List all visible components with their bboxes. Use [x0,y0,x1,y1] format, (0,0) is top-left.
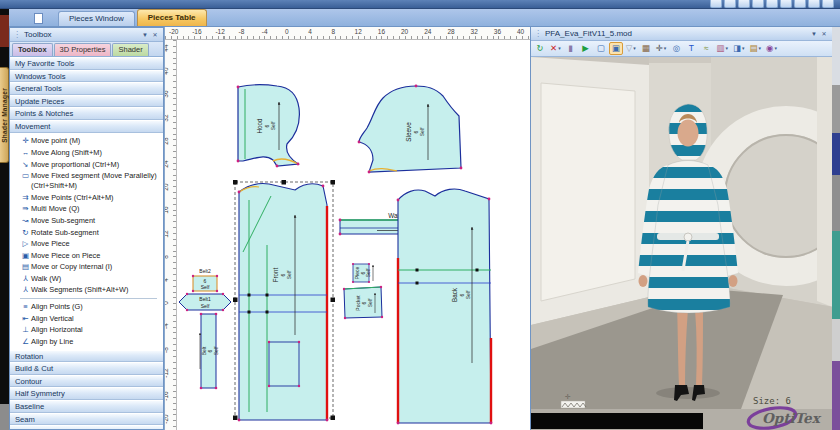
toolbox-category[interactable]: Rotation [10,350,163,363]
piece-pocket[interactable]: Pocket 6 Self [343,286,383,319]
toolbox-category[interactable]: Seam [10,413,163,426]
toolbox-category[interactable]: General Tools [10,82,163,95]
piece-label: Sleeve [405,122,412,142]
window-3d-icon[interactable]: ▣ [609,42,623,55]
window-2d-icon[interactable]: ▢ [594,42,608,55]
sync-icon[interactable]: ▽▾ [624,42,638,55]
tool-label: Move point (M) [31,136,80,146]
tool-label: Move Along (Shift+M) [31,148,102,158]
toolbox-category[interactable]: Windows Tools [10,70,163,83]
model-icon[interactable]: ▮ [564,42,578,55]
viewer-3d-viewport[interactable]: ✛ Size: 6 [531,57,832,409]
close-icon[interactable]: ✕ [150,31,160,38]
pattern-canvas[interactable]: -20-16-12-8-4048121620242832364044 44403… [164,27,530,430]
toolbar-button-partial[interactable] [808,0,820,8]
ruler-number: -20 [169,28,178,35]
tool-item[interactable]: ∠Align by Line [10,336,163,348]
refresh-simulation-icon[interactable]: ↻ [533,42,547,55]
piece-small[interactable]: Piece 6 Self [352,263,373,283]
tool-item[interactable]: ↝Move Sub-segment [10,215,163,227]
toolbar-button-partial[interactable] [752,0,764,8]
panel-edge-segment [832,175,840,231]
zoom-model-icon[interactable]: ◎ [669,42,683,55]
toolbox-tool-list: ✛Move point (M)↔Move Along (Shift+M)↘Mov… [10,133,163,350]
toolbar-button-partial[interactable] [822,0,834,8]
toolbox-category[interactable]: Movement [10,120,163,133]
piece-label: Back [451,287,458,302]
tool-item[interactable]: ▷Move Piece [10,238,163,250]
models-icon[interactable]: ▥▾ [714,42,730,55]
tool-item[interactable]: ▭Move Fixed segment (Move Parallelly) (C… [10,170,163,192]
simulate-icon[interactable]: ▶ [579,42,593,55]
tool-item[interactable]: ▤Move or Copy internal (I) [10,262,163,274]
avatar-icon[interactable]: ◉▾ [764,42,779,55]
tab-shader-manager[interactable]: Shader Manager [0,67,9,163]
snapshot-icon[interactable]: ▤▾ [747,42,763,55]
toolbox-category[interactable]: Contour [10,375,163,388]
piece-sleeve[interactable]: Sleeve 6 Self [358,85,463,174]
piece-back[interactable]: Back 6 Self [397,189,493,424]
tool-item[interactable]: ⊥Align Horizontal [10,324,163,336]
toolbox-category[interactable]: My Favorite Tools [10,57,163,70]
toolbox-category[interactable]: Half Symmetry [10,387,163,400]
piece-belt[interactable]: Belt 6 Self [200,313,219,390]
panel-edge-segment [832,133,840,175]
tool-label: Move Piece on Piece [31,251,100,261]
tool-label: Align by Line [31,337,73,347]
tab-3d-properties[interactable]: 3D Properties [54,43,112,56]
toolbox-category[interactable]: Build & Cut [10,362,163,375]
ruler-number: 36 [165,87,169,101]
tool-item[interactable]: ↻Rotate Sub-segment [10,227,163,239]
display-icon[interactable]: ◨▾ [731,42,747,55]
fabric-icon[interactable]: ▦ [639,42,653,55]
toolbar-button-partial[interactable] [780,0,792,8]
tool-item[interactable]: ⇤Align Vertical [10,313,163,325]
ruler-number: 32 [165,111,169,125]
toolbox-category[interactable]: Darts & Pleats [10,425,163,430]
tool-item[interactable]: ↘Move proportional (Ctrl+M) [10,159,163,171]
toolbar-button-partial[interactable] [738,0,750,8]
grip-icon: ⋮ [534,29,542,38]
ruler-number: 8 [165,250,169,264]
tab-toolbox[interactable]: Toolbox [12,43,53,56]
tool-item[interactable]: ✛Move point (M) [10,136,163,148]
tool-item[interactable]: ⅄Walk Segments (Shift+Alt+W) [10,285,163,297]
toolbox-category[interactable]: Baseline [10,400,163,413]
tool-item[interactable]: ⇉Move Points (Ctrl+Alt+M) [10,192,163,204]
tab-pieces-window[interactable]: Pieces Window [58,11,135,26]
toolbox-category[interactable]: Points & Notches [10,107,163,120]
move-point-icon: ✛ [20,136,31,146]
tab-pieces-table[interactable]: Pieces Table [137,9,207,26]
piece-fabric: Self [213,346,219,355]
tool-item[interactable]: ≡Align Points (G) [10,301,163,313]
toolbox-category[interactable]: Update Pieces [10,95,163,108]
toolbar-button-partial[interactable] [766,0,778,8]
toolbar-button-partial[interactable] [710,0,722,8]
pattern-drawing[interactable]: Hood 6 Self Sleeve 6 Self [177,40,530,430]
pin-icon[interactable]: ▼ [809,31,819,37]
document-tab-bar: Pieces Window Pieces Table [0,9,840,27]
delete-icon[interactable]: ✕▾ [548,42,563,55]
tab-shader[interactable]: Shader [112,43,148,56]
toolbox-header: ⋮ Toolbox ▼ ✕ [10,28,163,42]
tool-item[interactable]: ⇛Multi Move (Q) [10,204,163,216]
tool-item[interactable]: ↔Move Along (Shift+M) [10,147,163,159]
piece-belt1[interactable]: Belt1 Self [179,293,231,311]
ruler-number: 28 [447,28,454,35]
piece-fabric: Self [365,268,371,277]
tool-item[interactable]: ⅄Walk (W) [10,273,163,285]
piece-belt2[interactable]: Belt2 6 Self [192,268,218,292]
toolbar-button-partial[interactable] [724,0,736,8]
tool-item[interactable]: ▣Move Piece on Piece [10,250,163,262]
ruler-number: 0 [165,296,169,310]
text-annotation-icon[interactable]: T [684,42,698,55]
close-icon[interactable]: ✕ [819,30,829,37]
toolbar-button-partial[interactable] [794,0,806,8]
wind-icon[interactable]: ≈ [699,42,713,55]
axes-icon[interactable]: ✛▾ [654,42,669,55]
pin-icon[interactable]: ▼ [140,32,150,38]
piece-hood[interactable]: Hood 6 Self [237,85,300,167]
ruler-number: 32 [471,28,478,35]
piece-front[interactable]: Front 6 Self [238,183,329,421]
walk-icon: ⅄ [20,274,31,284]
